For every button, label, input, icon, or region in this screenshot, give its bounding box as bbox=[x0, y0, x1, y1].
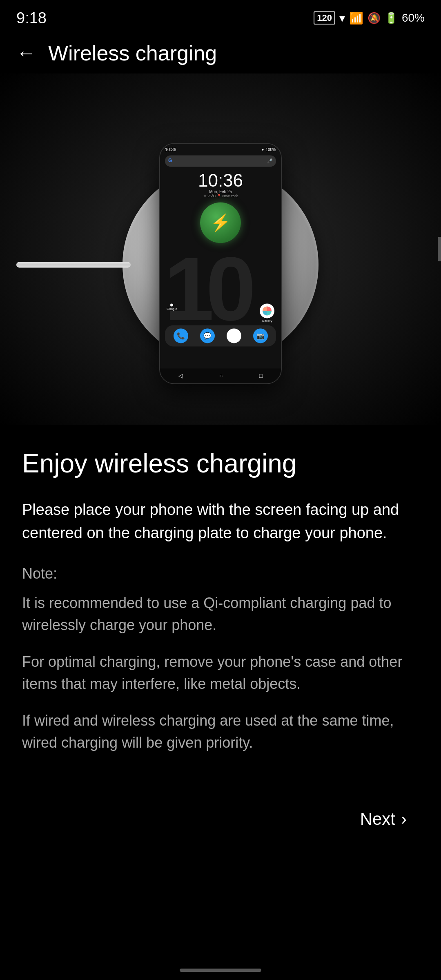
phone-clock: 10:36 bbox=[160, 172, 281, 189]
phone-wifi: ▾ bbox=[262, 147, 264, 152]
nav-recents: □ bbox=[259, 372, 263, 379]
dock-play-icon: ▶ bbox=[227, 328, 241, 343]
phone-status-time: 10:36 bbox=[165, 147, 176, 152]
phone-top-bar: 10:36 ▾ 100% bbox=[160, 144, 281, 152]
battery-icon: 🔋 bbox=[385, 12, 398, 24]
phone-time-display: 10:36 Mon, Feb 25 ☀ 25°C 📍 New York bbox=[160, 170, 281, 199]
gallery-icon bbox=[260, 303, 274, 318]
note-label: Note: bbox=[22, 565, 419, 582]
content-area: Enjoy wireless charging Please place you… bbox=[0, 425, 441, 789]
dock-camera-icon: 📷 bbox=[253, 328, 268, 343]
back-button[interactable]: ← bbox=[16, 43, 36, 63]
gallery-label: Gallery bbox=[262, 319, 272, 323]
nav-home: ○ bbox=[219, 372, 223, 379]
signal-icon: 📶 bbox=[349, 11, 363, 25]
body-text: Please place your phone with the screen … bbox=[22, 498, 419, 545]
phone-nav-bar: ◁ ○ □ bbox=[160, 368, 281, 383]
status-bar: 9:18 120 ▾ 📶 🔕 🔋 60% bbox=[0, 0, 441, 33]
next-arrow-icon: › bbox=[401, 809, 407, 829]
google-app: Google bbox=[167, 303, 177, 323]
main-heading: Enjoy wireless charging bbox=[22, 449, 419, 478]
phone-apps-area: Google Gallery 📞 💬 ▶ 📷 bbox=[160, 303, 281, 350]
phone-app-row-1: Google Gallery bbox=[165, 303, 276, 323]
dock-sms-icon: 💬 bbox=[200, 328, 215, 343]
page-title: Wireless charging bbox=[48, 41, 217, 65]
phone-weather: ☀ 25°C 📍 New York bbox=[160, 194, 281, 198]
note-2: For optimal charging, remove your phone'… bbox=[22, 651, 419, 695]
nav-back: ◁ bbox=[178, 372, 183, 379]
hero-image: 10 10:36 ▾ 100% G 🎤 10:36 Mon, Feb 25 bbox=[0, 74, 441, 425]
wifi-icon: ▾ bbox=[339, 11, 345, 25]
next-button-row: Next › bbox=[0, 789, 441, 845]
phone-battery-label: 100% bbox=[265, 147, 276, 152]
battery-percent: 60% bbox=[402, 11, 425, 24]
phone-mockup: 10 10:36 ▾ 100% G 🎤 10:36 Mon, Feb 25 bbox=[159, 143, 282, 384]
next-label: Next bbox=[360, 809, 395, 829]
note-3: If wired and wireless charging are used … bbox=[22, 710, 419, 754]
mic-icon: 🎤 bbox=[267, 158, 273, 164]
phone-date: Mon, Feb 25 bbox=[160, 189, 281, 194]
google-logo: G bbox=[168, 158, 175, 164]
dock-phone-icon: 📞 bbox=[174, 328, 188, 343]
phone-screen: 10 10:36 ▾ 100% G 🎤 10:36 Mon, Feb 25 bbox=[160, 144, 281, 383]
next-button[interactable]: Next › bbox=[348, 801, 419, 837]
gallery-app: Gallery bbox=[260, 303, 274, 323]
bottom-nav-indicator bbox=[180, 969, 261, 972]
status-icons: 120 ▾ 📶 🔕 🔋 60% bbox=[314, 11, 425, 25]
status-time: 9:18 bbox=[16, 9, 47, 27]
right-edge-handle bbox=[438, 237, 441, 261]
google-label: Google bbox=[167, 307, 177, 311]
phone-dock: 📞 💬 ▶ 📷 bbox=[165, 325, 276, 346]
phone-search-bar: G 🎤 bbox=[165, 155, 276, 167]
charger-cable bbox=[16, 262, 131, 267]
silent-icon: 🔕 bbox=[368, 12, 381, 24]
note-1: It is recommended to use a Qi-compliant … bbox=[22, 592, 419, 636]
wireless-charging-indicator: ⚡ bbox=[200, 202, 241, 243]
google-icon bbox=[170, 303, 173, 306]
120hz-icon: 120 bbox=[314, 11, 335, 24]
wireless-charging-icon: ⚡ bbox=[210, 213, 231, 232]
toolbar: ← Wireless charging bbox=[0, 33, 441, 74]
